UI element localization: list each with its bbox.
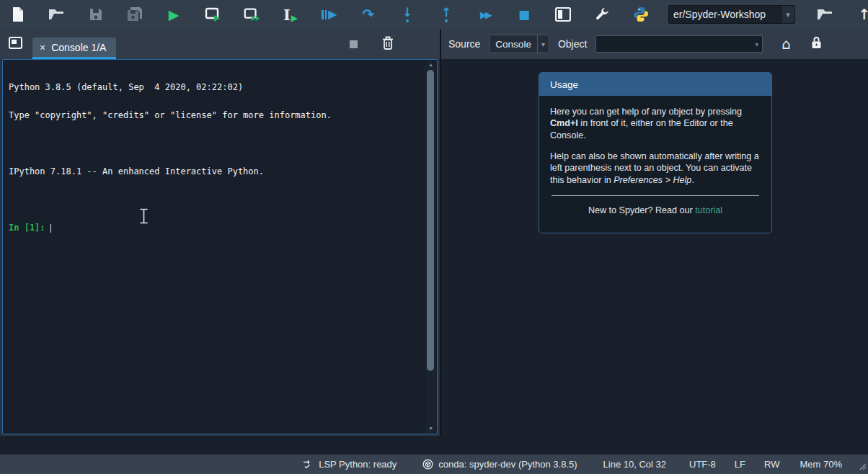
- play-small-icon: ▶: [291, 14, 298, 22]
- tutorial-link[interactable]: tutorial: [695, 205, 722, 215]
- text-caret: [50, 224, 52, 233]
- usage-body: Here you can get help of any object by p…: [539, 96, 771, 233]
- run-cell-advance-button[interactable]: [243, 5, 260, 24]
- parent-directory-button[interactable]: ↑: [856, 5, 868, 24]
- usage-title: Usage: [539, 73, 771, 96]
- object-combobox[interactable]: ▾: [595, 35, 763, 53]
- lsp-status: LSP Python: ready: [303, 459, 397, 470]
- close-icon[interactable]: ×: [40, 42, 45, 53]
- help-pane-header: Source Console ▾ Object ▾ ⌂: [441, 29, 868, 59]
- step-over-icon: ↷: [363, 7, 375, 22]
- browse-tabs-icon: [9, 37, 22, 49]
- eol-status: LF: [735, 459, 745, 470]
- source-value: Console: [490, 35, 537, 53]
- working-directory-value: er/Spyder-Workshop: [669, 6, 781, 23]
- run-file-button[interactable]: ▶: [165, 5, 182, 24]
- save-all-icon: [127, 6, 143, 22]
- console-prompt-line: In [1]:: [9, 223, 431, 233]
- open-folder-icon: [48, 7, 66, 22]
- debug-file-button[interactable]: ▶: [321, 5, 338, 24]
- object-label: Object: [558, 38, 587, 50]
- save-icon: [89, 7, 103, 22]
- lock-button[interactable]: [811, 36, 822, 52]
- chevron-down-icon: ▾: [537, 35, 549, 53]
- step-out-icon: ↑: [441, 6, 451, 22]
- usage-paragraph-2: Help can also be shown automatically aft…: [550, 151, 761, 186]
- status-bar: LSP Python: ready conda: spyder-dev (Pyt…: [0, 455, 868, 474]
- remove-console-button[interactable]: [382, 36, 394, 53]
- scroll-down-icon[interactable]: ▼: [425, 424, 436, 433]
- run-selection-button[interactable]: I ▶: [282, 5, 299, 24]
- permissions-status: RW: [764, 459, 779, 470]
- divider: [552, 195, 759, 196]
- save-button[interactable]: [87, 5, 105, 24]
- source-label: Source: [448, 38, 480, 50]
- working-directory-dropdown[interactable]: er/Spyder-Workshop ▾: [668, 5, 795, 24]
- step-into-icon: ↓: [402, 6, 412, 22]
- debug-continue-button[interactable]: ▶▶: [477, 5, 494, 24]
- run-cell-icon: [204, 6, 221, 23]
- wrench-icon: [594, 6, 610, 22]
- interrupt-kernel-button[interactable]: [350, 40, 358, 48]
- console-scrollbar[interactable]: ▲ ▼: [425, 61, 436, 433]
- lsp-status-text: LSP Python: ready: [319, 459, 397, 470]
- maximize-pane-icon: [555, 7, 571, 22]
- console-line: IPython 7.18.1 -- An enhanced Interactiv…: [9, 167, 431, 176]
- python-env-button[interactable]: [632, 5, 650, 24]
- lsp-icon: [303, 459, 314, 470]
- conda-env-status[interactable]: conda: spyder-dev (Python 3.8.5): [422, 459, 577, 470]
- memory-status: Mem 70%: [800, 459, 842, 470]
- browse-directory-button[interactable]: [817, 5, 834, 24]
- new-file-icon: [11, 6, 25, 22]
- run-cell-advance-icon: [243, 6, 260, 23]
- run-cell-button[interactable]: [204, 5, 221, 24]
- object-input[interactable]: [596, 36, 751, 52]
- debug-icon: ▶: [322, 9, 337, 20]
- home-icon: ⌂: [781, 35, 791, 53]
- python-logo-icon: [632, 6, 650, 23]
- console-line: Python 3.8.5 (default, Sep 4 2020, 02:22…: [9, 83, 431, 92]
- tools-button[interactable]: [593, 5, 611, 24]
- debug-stop-button[interactable]: ■: [515, 5, 533, 24]
- console-tab-label: Console 1/A: [51, 42, 106, 53]
- lock-icon: [811, 36, 822, 49]
- debug-step-out-button[interactable]: ↑: [438, 5, 455, 24]
- stop-icon: ■: [518, 9, 530, 21]
- debug-step-button[interactable]: ↷: [360, 5, 377, 24]
- trash-icon: [382, 36, 394, 50]
- console-line: Type "copyright", "credits" or "license"…: [9, 111, 431, 120]
- usage-paragraph-1: Here you can get help of any object by p…: [550, 106, 761, 141]
- save-all-button[interactable]: [126, 5, 143, 24]
- ibeam-icon: I: [283, 7, 291, 22]
- continue-icon: ▶▶: [480, 10, 490, 19]
- resize-grip[interactable]: [858, 462, 867, 473]
- ipython-prompt: In [1]:: [9, 223, 50, 233]
- home-button[interactable]: ⌂: [781, 37, 791, 51]
- console-tab[interactable]: × Console 1/A: [32, 37, 116, 59]
- new-file-button[interactable]: [9, 5, 27, 24]
- cursor-position-status: Line 10, Col 32: [603, 459, 666, 470]
- maximize-pane-button[interactable]: [554, 5, 572, 24]
- spyder-window: ▶ I ▶ ▶ ↷ ↓ ↑ ▶▶ ■: [0, 0, 868, 474]
- browse-tabs-button[interactable]: [9, 37, 22, 52]
- folder-icon: [817, 7, 834, 22]
- scroll-up-icon[interactable]: ▲: [425, 61, 436, 69]
- chevron-down-icon: ▾: [751, 36, 762, 52]
- console-pane: × Console 1/A Python 3.8.5 (default, Sep…: [0, 29, 440, 436]
- main-area: × Console 1/A Python 3.8.5 (default, Sep…: [0, 29, 868, 436]
- debug-step-in-button[interactable]: ↓: [399, 5, 416, 24]
- shortcut-key: Cmd+I: [550, 118, 578, 128]
- chevron-down-icon: ▾: [781, 6, 794, 23]
- scrollbar-thumb[interactable]: [427, 70, 434, 371]
- main-toolbar: ▶ I ▶ ▶ ↷ ↓ ↑ ▶▶ ■: [0, 0, 868, 29]
- open-file-button[interactable]: [48, 5, 66, 24]
- encoding-status: UTF-8: [689, 459, 716, 470]
- usage-footer: New to Spyder? Read our tutorial: [550, 205, 761, 223]
- help-pane: Source Console ▾ Object ▾ ⌂: [441, 29, 868, 436]
- preferences-path: Preferences > Help: [614, 175, 691, 185]
- usage-box: Usage Here you can get help of any objec…: [539, 72, 772, 233]
- run-icon: ▶: [169, 8, 180, 22]
- ipython-console[interactable]: Python 3.8.5 (default, Sep 4 2020, 02:22…: [2, 59, 438, 434]
- console-output: Python 3.8.5 (default, Sep 4 2020, 02:22…: [3, 60, 437, 256]
- source-dropdown[interactable]: Console ▾: [489, 35, 549, 53]
